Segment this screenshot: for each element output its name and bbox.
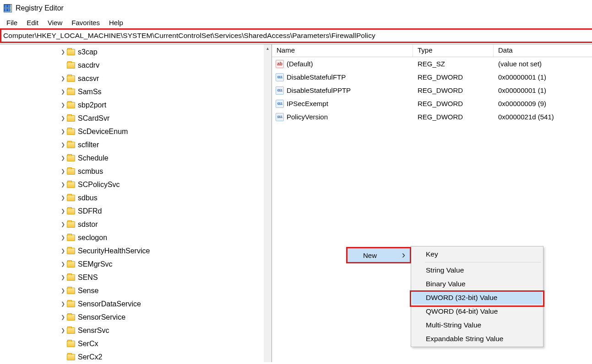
value-row[interactable]: 011DisableStatefulFTPREG_DWORD0x00000001… bbox=[272, 70, 592, 84]
tree-item[interactable]: ❯Schedule bbox=[0, 151, 272, 165]
folder-icon bbox=[67, 354, 75, 360]
context-submenu-new[interactable]: Key String Value Binary Value DWORD (32-… bbox=[411, 246, 543, 347]
menu-edit[interactable]: Edit bbox=[23, 18, 42, 27]
menu-view[interactable]: View bbox=[44, 18, 66, 27]
tree-item[interactable]: ❯scfilter bbox=[0, 138, 272, 151]
value-type-icon: ab bbox=[276, 60, 284, 68]
folder-icon bbox=[67, 168, 75, 175]
tree-item[interactable]: ❯s3cap bbox=[0, 45, 272, 59]
expand-icon[interactable]: ❯ bbox=[60, 235, 66, 241]
expand-icon[interactable]: ❯ bbox=[60, 128, 66, 134]
expand-icon[interactable]: ❯ bbox=[60, 261, 66, 267]
tree-item[interactable]: ❯SamSs bbox=[0, 85, 272, 98]
column-type[interactable]: Type bbox=[413, 44, 494, 57]
folder-icon bbox=[67, 208, 75, 214]
context-menu-primary[interactable]: New bbox=[346, 247, 411, 263]
folder-icon bbox=[67, 142, 75, 148]
scroll-up-icon[interactable]: ▴ bbox=[264, 44, 272, 52]
tree-item[interactable]: ❯SEMgrSvc bbox=[0, 257, 272, 271]
expand-icon[interactable]: ❯ bbox=[60, 142, 66, 148]
expand-icon[interactable]: ❯ bbox=[60, 327, 66, 333]
tree-item[interactable]: ❯sdbus bbox=[0, 191, 272, 204]
tree-scrollbar[interactable]: ▴ bbox=[264, 44, 272, 362]
expand-icon[interactable]: ❯ bbox=[60, 274, 66, 280]
folder-icon bbox=[67, 301, 75, 307]
expand-icon[interactable]: ❯ bbox=[60, 75, 66, 81]
menu-item-binary[interactable]: Binary Value bbox=[412, 277, 542, 291]
folder-icon bbox=[67, 75, 75, 82]
tree-item[interactable]: ❯sacsvr bbox=[0, 72, 272, 85]
tree-label: sdstor bbox=[78, 220, 98, 229]
menu-file[interactable]: File bbox=[3, 18, 21, 27]
menubar: File Edit View Favorites Help bbox=[0, 16, 592, 28]
tree-item[interactable]: ❯SensorService bbox=[0, 310, 272, 324]
menu-item-string[interactable]: String Value bbox=[412, 263, 542, 277]
titlebar: Registry Editor bbox=[0, 0, 592, 16]
value-row[interactable]: 011DisableStatefulPPTPREG_DWORD0x0000000… bbox=[272, 84, 592, 97]
value-type: REG_DWORD bbox=[413, 100, 494, 107]
value-data: 0x00000001 (1) bbox=[494, 73, 592, 81]
value-name: IPSecExempt bbox=[287, 100, 328, 107]
address-path[interactable]: Computer\HKEY_LOCAL_MACHINE\SYSTEM\Curre… bbox=[1, 32, 377, 40]
tree-item[interactable]: SerCx2 bbox=[0, 350, 272, 362]
expand-icon[interactable]: ❯ bbox=[60, 182, 66, 187]
menu-item-multistring[interactable]: Multi-String Value bbox=[412, 318, 542, 332]
value-name: DisableStatefulFTP bbox=[287, 73, 346, 81]
value-row[interactable]: 011PolicyVersionREG_DWORD0x0000021d (541… bbox=[272, 110, 592, 123]
tree-item[interactable]: ❯SensorDataService bbox=[0, 297, 272, 310]
tree-item[interactable]: ❯SensrSvc bbox=[0, 324, 272, 337]
tree-item[interactable]: ❯ScDeviceEnum bbox=[0, 125, 272, 138]
tree-item[interactable]: ❯SDFRd bbox=[0, 204, 272, 218]
tree-item[interactable]: ❯SecurityHealthService bbox=[0, 244, 272, 257]
value-row[interactable]: 011IPSecExemptREG_DWORD0x00000009 (9) bbox=[272, 97, 592, 110]
tree-item[interactable]: ❯Sense bbox=[0, 284, 272, 297]
expand-icon[interactable]: ❯ bbox=[60, 168, 66, 174]
value-type-icon: 011 bbox=[276, 73, 284, 81]
tree-item[interactable]: ❯SENS bbox=[0, 271, 272, 284]
expand-icon[interactable]: ❯ bbox=[60, 102, 66, 108]
tree-pane[interactable]: ❯s3capsacdrv❯sacsvr❯SamSs❯sbp2port❯SCard… bbox=[0, 44, 272, 362]
tree-item[interactable]: ❯SCardSvr bbox=[0, 112, 272, 125]
folder-icon bbox=[67, 128, 75, 135]
expand-icon[interactable]: ❯ bbox=[60, 89, 66, 95]
tree-label: ScDeviceEnum bbox=[78, 128, 128, 136]
menu-item-new[interactable]: New bbox=[348, 248, 410, 262]
expand-icon[interactable]: ❯ bbox=[60, 288, 66, 294]
tree-label: SerCx2 bbox=[78, 353, 102, 361]
tree-label: SamSs bbox=[78, 88, 102, 96]
tree-item[interactable]: ❯sbp2port bbox=[0, 98, 272, 112]
tree-item[interactable]: ❯SCPolicySvc bbox=[0, 178, 272, 191]
menu-item-qword[interactable]: QWORD (64-bit) Value bbox=[412, 305, 542, 318]
column-name[interactable]: Name bbox=[272, 44, 413, 57]
tree-label: s3cap bbox=[78, 48, 98, 56]
tree-item[interactable]: sacdrv bbox=[0, 59, 272, 72]
expand-icon[interactable]: ❯ bbox=[60, 155, 66, 161]
expand-icon[interactable]: ❯ bbox=[60, 49, 66, 55]
expand-icon[interactable]: ❯ bbox=[60, 314, 66, 320]
column-data[interactable]: Data bbox=[494, 44, 592, 57]
menu-help[interactable]: Help bbox=[105, 18, 127, 27]
expand-icon[interactable]: ❯ bbox=[60, 195, 66, 201]
tree-item[interactable]: SerCx bbox=[0, 337, 272, 350]
expand-icon[interactable]: ❯ bbox=[60, 301, 66, 307]
folder-icon bbox=[67, 89, 75, 95]
expand-icon[interactable]: ❯ bbox=[60, 208, 66, 214]
address-bar[interactable]: Computer\HKEY_LOCAL_MACHINE\SYSTEM\Curre… bbox=[0, 28, 592, 43]
list-header[interactable]: Name Type Data bbox=[272, 44, 592, 57]
menu-item-expstring[interactable]: Expandable String Value bbox=[412, 332, 542, 346]
tree-label: SEMgrSvc bbox=[78, 260, 113, 268]
menu-item-dword[interactable]: DWORD (32-bit) Value bbox=[412, 291, 542, 305]
folder-icon bbox=[67, 195, 75, 201]
expand-icon[interactable]: ❯ bbox=[60, 221, 66, 227]
expand-icon[interactable]: ❯ bbox=[60, 248, 66, 254]
value-data: 0x00000001 (1) bbox=[494, 86, 592, 94]
tree-item[interactable]: ❯scmbus bbox=[0, 165, 272, 178]
tree-item[interactable]: ❯sdstor bbox=[0, 218, 272, 231]
value-row[interactable]: ab(Default)REG_SZ(value not set) bbox=[272, 57, 592, 70]
tree-item[interactable]: ❯seclogon bbox=[0, 231, 272, 244]
value-data: 0x00000009 (9) bbox=[494, 100, 592, 107]
tree-label: sdbus bbox=[78, 194, 98, 202]
menu-favorites[interactable]: Favorites bbox=[68, 18, 103, 27]
expand-icon[interactable]: ❯ bbox=[60, 115, 66, 121]
menu-item-key[interactable]: Key bbox=[412, 247, 542, 261]
